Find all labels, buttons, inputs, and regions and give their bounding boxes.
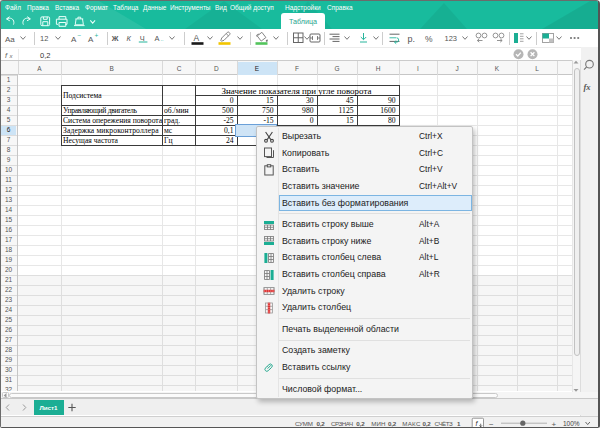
svg-text:0,2: 0,2 [40, 51, 50, 60]
svg-text:0,2: 0,2 [388, 420, 397, 427]
svg-text:р.: р. [408, 34, 416, 44]
svg-text:1: 1 [457, 420, 461, 427]
svg-text:..: .. [161, 36, 165, 42]
svg-text:−: − [489, 419, 494, 428]
svg-text:f: f [5, 51, 8, 60]
svg-text:А: А [194, 33, 200, 43]
svg-text:A: A [71, 35, 77, 44]
svg-text:Aa: Aa [5, 35, 15, 44]
svg-text:Ж: Ж [111, 34, 119, 43]
svg-text:СУММ: СУММ [295, 420, 313, 427]
svg-text:100%: 100% [563, 420, 580, 427]
svg-text:fx: fx [584, 82, 592, 92]
svg-text:МАКС: МАКС [402, 420, 421, 427]
svg-text:+: + [95, 32, 99, 39]
svg-text:0,2: 0,2 [317, 420, 326, 427]
svg-text:МИН: МИН [371, 420, 385, 427]
svg-text:А: А [155, 34, 160, 43]
svg-text:СЧЁТЗ: СЧЁТЗ [435, 420, 453, 427]
svg-text:−: − [78, 32, 82, 39]
svg-text:+: + [552, 419, 557, 428]
svg-text:12: 12 [40, 34, 48, 43]
svg-text:123: 123 [445, 34, 458, 43]
svg-text:0,2: 0,2 [422, 420, 431, 427]
svg-text:%: % [425, 34, 433, 44]
svg-text:A: A [88, 35, 94, 44]
svg-text:x: x [9, 53, 14, 59]
svg-text:К: К [127, 34, 132, 43]
svg-text:СРЗНАЧ: СРЗНАЧ [331, 420, 353, 427]
svg-text:0,2: 0,2 [356, 420, 365, 427]
